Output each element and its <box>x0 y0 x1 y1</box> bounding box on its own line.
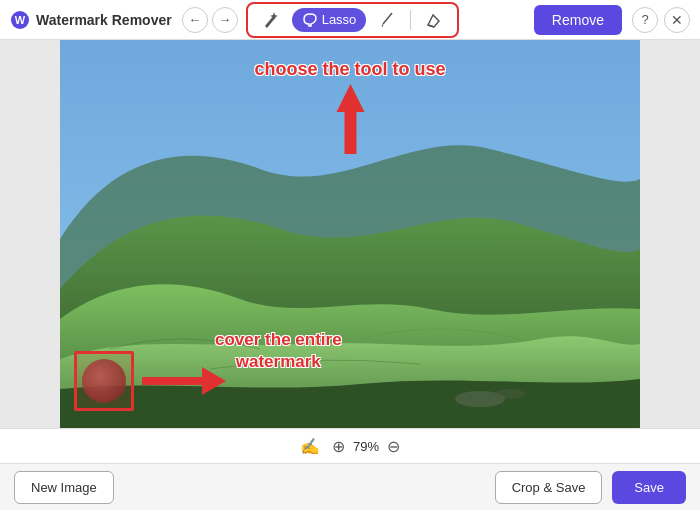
nav-buttons: ← → <box>182 7 238 33</box>
title-bar: W Watermark Remover ← → Lasso <box>0 0 700 40</box>
zoom-in-icon[interactable]: ⊕ <box>332 437 345 456</box>
bottom-bar: New Image Crop & Save Save <box>0 464 700 510</box>
svg-point-7 <box>495 389 525 399</box>
bottom-annotation: cover the entirewatermark <box>215 329 342 377</box>
new-image-button[interactable]: New Image <box>14 471 114 504</box>
right-arrow <box>142 367 226 395</box>
watermark-preview <box>82 359 126 403</box>
tool-group: Lasso <box>246 2 460 38</box>
title-bar-right: ? ✕ <box>632 7 690 33</box>
lasso-label: Lasso <box>322 12 357 27</box>
tool-divider <box>410 10 411 30</box>
save-button[interactable]: Save <box>612 471 686 504</box>
remove-button[interactable]: Remove <box>534 5 622 35</box>
crop-save-button[interactable]: Crop & Save <box>495 471 603 504</box>
magic-icon <box>262 11 280 29</box>
eraser-tool-button[interactable] <box>417 7 451 33</box>
canvas-area: choose the tool to use cover the entirew… <box>0 40 700 428</box>
watermark-thumbnail <box>74 351 134 411</box>
svg-line-2 <box>383 13 392 24</box>
lasso-tool-button[interactable]: Lasso <box>292 8 367 32</box>
bottom-right-actions: Crop & Save Save <box>495 471 686 504</box>
zoom-out-icon[interactable]: ⊖ <box>387 437 400 456</box>
close-button[interactable]: ✕ <box>664 7 690 33</box>
status-bar: ✍ ⊕ 79% ⊖ <box>0 428 700 464</box>
brush-icon <box>378 11 396 29</box>
zoom-control: ⊕ 79% ⊖ <box>332 437 400 456</box>
forward-button[interactable]: → <box>212 7 238 33</box>
back-button[interactable]: ← <box>182 7 208 33</box>
watermark-annotation <box>74 351 226 411</box>
svg-line-4 <box>428 25 434 27</box>
pan-tool-icon[interactable]: ✍ <box>300 437 320 456</box>
eraser-icon <box>425 11 443 29</box>
magic-tool-button[interactable] <box>254 7 288 33</box>
lasso-icon <box>302 12 318 28</box>
zoom-level: 79% <box>353 439 379 454</box>
bottom-annotation-text: cover the entirewatermark <box>215 329 342 373</box>
help-button[interactable]: ? <box>632 7 658 33</box>
brush-tool-button[interactable] <box>370 7 404 33</box>
app-title: Watermark Remover <box>36 12 172 28</box>
svg-text:W: W <box>15 14 26 26</box>
app-logo-icon: W <box>10 10 30 30</box>
image-container: choose the tool to use cover the entirew… <box>60 40 640 428</box>
